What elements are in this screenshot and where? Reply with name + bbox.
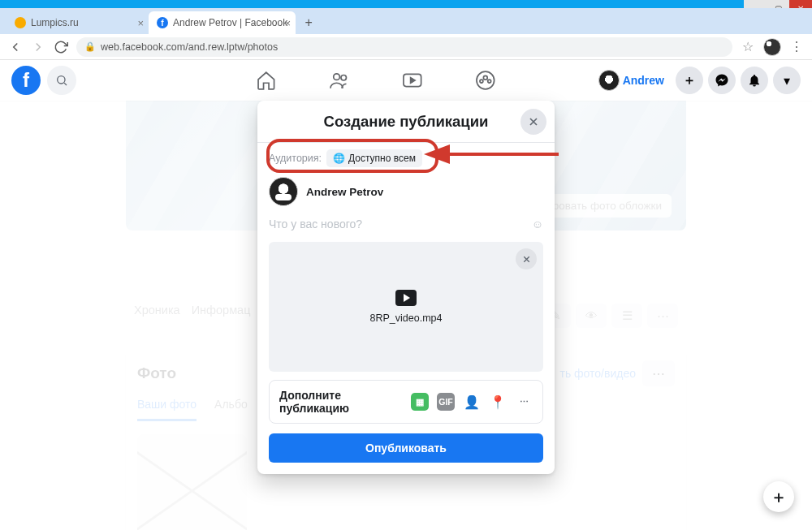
media-preview: 8RP_video.mp4 <box>269 242 543 372</box>
svg-point-7 <box>488 80 491 83</box>
search-button[interactable] <box>47 66 76 95</box>
browser-tab-active[interactable]: f Andrew Petrov | Facebook × <box>149 11 296 34</box>
more-options-icon[interactable]: ⋯ <box>515 393 533 411</box>
favicon-icon: f <box>157 17 168 28</box>
modal-title: Создание публикации <box>324 113 489 131</box>
notifications-icon[interactable] <box>741 67 768 94</box>
tab-close-icon[interactable]: × <box>137 17 144 29</box>
author-name: Andrew Petrov <box>306 186 383 198</box>
enhance-post-bar: Дополните публикацию ▦ GIF 👤 📍 ⋯ <box>269 380 543 424</box>
user-name: Andrew <box>623 74 664 87</box>
avatar-icon <box>598 70 620 91</box>
emoji-icon[interactable]: ☺ <box>532 218 543 231</box>
nav-home-icon[interactable] <box>250 64 283 97</box>
avatar-icon <box>269 177 298 206</box>
nav-friends-icon[interactable] <box>323 64 356 97</box>
user-profile-link[interactable]: Andrew <box>597 68 671 93</box>
nav-forward-icon <box>31 40 45 54</box>
new-tab-button[interactable]: + <box>299 13 318 32</box>
photo-video-icon[interactable]: ▦ <box>411 393 429 411</box>
nav-back-icon[interactable] <box>8 40 23 54</box>
profile-avatar-icon[interactable] <box>763 38 781 56</box>
tab-close-icon[interactable]: × <box>285 17 292 29</box>
fab-new-post[interactable]: ＋ <box>763 481 794 512</box>
play-icon <box>395 290 417 306</box>
lock-icon: 🔒 <box>84 41 96 52</box>
url-text: web.facebook.com/and.rew.lptw/photos <box>101 41 278 53</box>
url-input[interactable]: 🔒 web.facebook.com/and.rew.lptw/photos <box>76 37 732 57</box>
close-icon[interactable] <box>520 109 546 135</box>
tab-title: Andrew Petrov | Facebook <box>173 17 287 28</box>
favicon-icon <box>15 17 26 28</box>
facebook-logo-icon[interactable]: f <box>11 66 41 95</box>
create-button[interactable]: ＋ <box>676 67 703 94</box>
svg-point-5 <box>483 75 487 80</box>
globe-icon: 🌐 <box>333 153 345 164</box>
audience-selector[interactable]: 🌐 Доступно всем <box>326 149 422 167</box>
messenger-icon[interactable] <box>708 67 736 94</box>
location-icon[interactable]: 📍 <box>489 393 507 411</box>
audience-value: Доступно всем <box>348 153 416 164</box>
bookmark-icon[interactable]: ☆ <box>741 40 755 54</box>
enhance-label: Дополните публикацию <box>279 389 411 415</box>
file-name: 8RP_video.mp4 <box>370 312 443 324</box>
nav-reload-icon[interactable] <box>54 40 68 54</box>
remove-media-icon[interactable] <box>516 248 537 269</box>
svg-point-0 <box>58 76 65 84</box>
browser-menu-icon[interactable]: ⋮ <box>789 40 804 54</box>
publish-button[interactable]: Опубликовать <box>269 433 543 463</box>
nav-groups-icon[interactable] <box>469 64 502 97</box>
svg-point-1 <box>334 74 340 80</box>
audience-label: Аудитория: <box>269 153 322 164</box>
browser-tab[interactable]: Lumpics.ru × <box>6 11 149 34</box>
tab-title: Lumpics.ru <box>31 17 79 28</box>
create-post-modal: Создание публикации Аудитория: 🌐 Доступн… <box>257 101 555 474</box>
gif-icon[interactable]: GIF <box>437 393 455 411</box>
svg-point-6 <box>480 80 483 83</box>
tag-people-icon[interactable]: 👤 <box>463 393 481 411</box>
svg-point-2 <box>341 75 347 81</box>
nav-watch-icon[interactable] <box>396 64 429 97</box>
composer-placeholder[interactable]: Что у вас нового? <box>269 218 362 231</box>
account-menu-icon[interactable]: ▾ <box>773 67 801 94</box>
